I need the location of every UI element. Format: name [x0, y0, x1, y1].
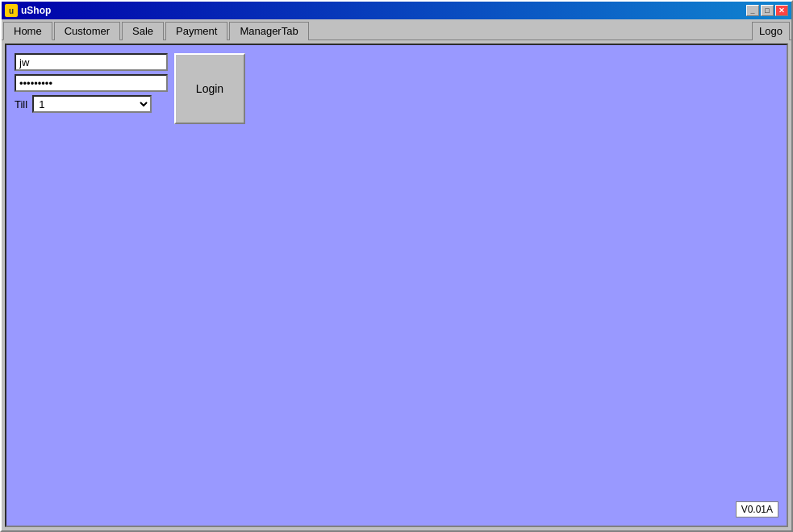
tab-sale[interactable]: Sale [122, 22, 164, 40]
till-label: Till [15, 98, 27, 110]
title-bar-buttons: _ □ ✕ [746, 5, 788, 16]
username-input[interactable] [15, 53, 168, 71]
tab-bar: Home Customer Sale Payment ManagerTab Lo… [2, 19, 791, 40]
main-window: u uShop _ □ ✕ Home Customer Sale Payment… [0, 0, 793, 532]
title-bar: u uShop _ □ ✕ [2, 2, 791, 19]
password-input[interactable] [15, 74, 168, 92]
till-select[interactable]: 1 2 3 [32, 95, 152, 113]
tab-payment[interactable]: Payment [165, 22, 227, 40]
login-button[interactable]: Login [174, 53, 245, 124]
tab-customer[interactable]: Customer [54, 22, 120, 40]
maximize-button[interactable]: □ [761, 5, 774, 16]
app-title: uShop [21, 5, 51, 16]
close-button[interactable]: ✕ [775, 5, 788, 16]
tab-managertab[interactable]: ManagerTab [229, 22, 308, 40]
title-bar-left: u uShop [5, 4, 51, 17]
till-row: Till 1 2 3 [15, 95, 168, 113]
form-fields: Till 1 2 3 [15, 53, 168, 113]
app-icon: u [5, 4, 18, 17]
tab-home[interactable]: Home [3, 22, 52, 40]
content-area: Till 1 2 3 Login V0.01A [5, 44, 788, 527]
logo-button[interactable]: Logo [752, 22, 790, 40]
login-form: Till 1 2 3 Login [15, 53, 778, 124]
version-badge: V0.01A [736, 501, 778, 517]
minimize-button[interactable]: _ [746, 5, 759, 16]
